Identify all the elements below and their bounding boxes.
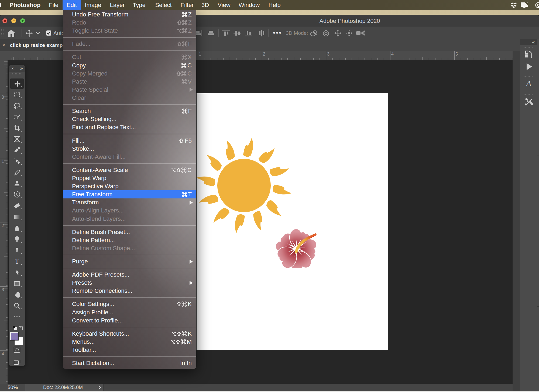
svg-text:T: T [15,258,19,265]
